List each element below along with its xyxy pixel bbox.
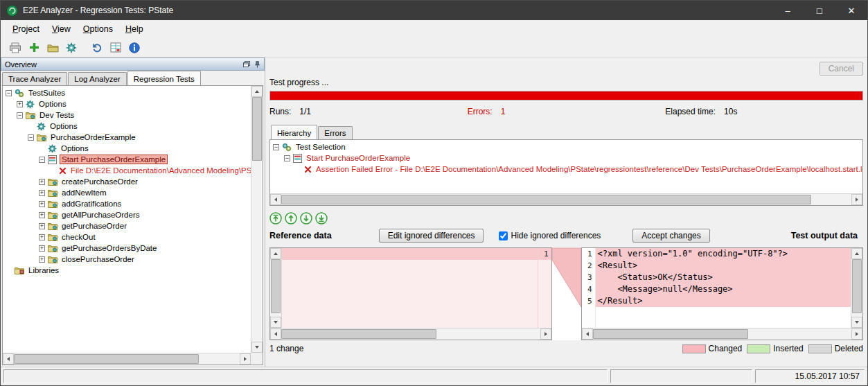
suite-icon [282, 143, 292, 152]
report-icon[interactable] [107, 40, 124, 56]
minimize-button[interactable]: – [772, 1, 804, 20]
scroll-down-icon[interactable] [251, 342, 263, 353]
tree-expand-toggle[interactable]: + [39, 212, 45, 218]
tab-log-analyzer[interactable]: Log Analyzer [68, 72, 127, 85]
tree-row[interactable]: +closePurchaseOrder [3, 254, 251, 265]
tree-row[interactable]: +addNewItem [3, 187, 251, 198]
pin-icon[interactable] [254, 61, 260, 68]
tree-expand-toggle[interactable]: + [17, 101, 23, 107]
tree-row[interactable]: Libraries [3, 265, 251, 276]
previous-difference-icon[interactable] [285, 212, 297, 225]
tree-expand-toggle[interactable]: + [39, 179, 45, 185]
scroll-left-icon[interactable] [270, 328, 281, 340]
add-icon[interactable] [26, 40, 42, 56]
tab-trace-analyzer[interactable]: Trace Analyzer [2, 72, 67, 85]
tree-expand-toggle[interactable]: − [39, 157, 45, 163]
settings-icon[interactable] [63, 40, 80, 56]
tree-row[interactable]: −TestSuites [3, 87, 251, 98]
undo-icon[interactable] [89, 40, 105, 56]
tree-vertical-scrollbar[interactable] [251, 86, 263, 353]
tree-expand-toggle[interactable]: − [284, 155, 290, 161]
tree-expand-toggle[interactable]: − [17, 112, 23, 119]
tree-row[interactable]: −Test Selection [270, 141, 862, 152]
accept-changes-button[interactable]: Accept changes [632, 229, 709, 243]
scroll-left-icon[interactable] [270, 194, 281, 205]
scroll-down-icon[interactable] [851, 317, 862, 328]
tree-row[interactable]: +getPurchaseOrder [3, 220, 251, 231]
tree-expand-toggle[interactable]: + [39, 245, 45, 252]
print-icon[interactable] [7, 40, 24, 56]
close-button[interactable]: ✕ [835, 1, 867, 20]
next-difference-icon[interactable] [300, 212, 312, 225]
tree-row[interactable]: −Start PurchaseOrderExample [270, 152, 862, 164]
tree-row[interactable]: −Start PurchaseOrderExample [3, 154, 251, 165]
tree-expand-toggle[interactable]: + [39, 234, 45, 240]
last-difference-icon[interactable] [315, 212, 328, 225]
regression-test-panel: Cancel Test progress ... Runs:1/1 Errors… [265, 58, 867, 367]
output-vertical-scrollbar[interactable] [851, 248, 862, 328]
result-tab-bar: HierarchyErrors [269, 125, 863, 139]
hierarchy-horizontal-scrollbar[interactable] [270, 193, 862, 205]
reference-horizontal-scrollbar[interactable] [270, 328, 551, 340]
tree-expand-toggle[interactable]: − [273, 144, 279, 150]
reference-vertical-scrollbar[interactable] [270, 248, 282, 328]
tree-row[interactable]: +addGratifications [3, 198, 251, 209]
progress-fill [270, 91, 862, 100]
tree-row[interactable]: −PurchaseOrderExample [3, 132, 251, 143]
tab-regression-tests[interactable]: Regression Tests [127, 71, 201, 85]
reference-code [282, 248, 538, 328]
code-line: <?xml version="1.0" encoding="UTF-8"?> [596, 248, 851, 260]
open-folder-icon[interactable] [44, 40, 61, 56]
tree-row[interactable]: Assertion Failed Error - File D:\E2E Doc… [270, 164, 862, 175]
tree-row-label: Options [37, 100, 68, 108]
scroll-left-icon[interactable] [3, 353, 14, 365]
reference-data-pane[interactable]: 1 [269, 247, 552, 340]
legend-label: Deleted [835, 344, 863, 353]
menu-project[interactable]: Project [6, 21, 46, 37]
scroll-down-icon[interactable] [270, 317, 281, 328]
tree-row[interactable]: Options [3, 121, 251, 132]
menu-view[interactable]: View [46, 21, 77, 37]
tree-row[interactable]: File D:\E2E Documentation\Advanced Model… [3, 165, 251, 176]
cancel-button[interactable]: Cancel [820, 62, 863, 76]
tree-expand-toggle[interactable]: − [6, 90, 12, 96]
tree-expand-toggle[interactable]: + [39, 190, 45, 196]
maximize-button[interactable]: □ [804, 1, 835, 20]
scroll-up-icon[interactable] [851, 248, 862, 259]
scroll-right-icon[interactable] [240, 353, 251, 365]
hide-ignored-label: Hide ignored differences [511, 231, 601, 240]
scroll-right-icon[interactable] [851, 194, 862, 205]
info-icon[interactable] [126, 40, 143, 56]
tree-row[interactable]: +checkOut [3, 231, 251, 243]
tree-expand-toggle[interactable]: − [28, 134, 34, 141]
tree-expand-toggle[interactable]: + [39, 223, 45, 229]
menu-help[interactable]: Help [119, 21, 150, 37]
tree-expand-toggle[interactable]: + [39, 256, 45, 263]
tree-row[interactable]: −Dev Tests [3, 109, 251, 121]
menu-options[interactable]: Options [77, 21, 119, 37]
scroll-left-icon[interactable] [582, 328, 593, 340]
tree-row[interactable]: Options [3, 143, 251, 154]
first-difference-icon[interactable] [269, 212, 282, 225]
tab-errors[interactable]: Errors [318, 126, 352, 139]
tree-horizontal-scrollbar[interactable] [3, 353, 251, 365]
tree-row[interactable]: +getPurchaseOrdersByDate [3, 243, 251, 254]
line-number: 1 [538, 248, 551, 260]
legend-label: Inserted [773, 344, 803, 353]
tab-hierarchy[interactable]: Hierarchy [271, 125, 317, 139]
scroll-right-icon[interactable] [540, 328, 551, 340]
tree-row[interactable]: +createPurchaseOrder [3, 176, 251, 187]
edit-ignored-differences-button[interactable]: Edit ignored differences [379, 229, 484, 243]
tree-expand-toggle[interactable]: + [39, 201, 45, 207]
overview-panel: Overview Trace AnalyzerLog AnalyzerRegre… [1, 58, 265, 367]
scroll-up-icon[interactable] [251, 86, 263, 97]
tree-row[interactable]: +getAllPurchaseOrders [3, 209, 251, 220]
scroll-right-icon[interactable] [851, 328, 862, 340]
scroll-up-icon[interactable] [270, 248, 281, 259]
output-horizontal-scrollbar[interactable] [582, 328, 863, 340]
hide-ignored-checkbox[interactable] [499, 231, 508, 240]
change-summary: 1 change [269, 344, 303, 353]
float-window-icon[interactable] [243, 61, 250, 67]
tree-row[interactable]: +Options [3, 98, 251, 109]
test-output-pane[interactable]: 12345 <?xml version="1.0" encoding="UTF-… [581, 247, 864, 340]
